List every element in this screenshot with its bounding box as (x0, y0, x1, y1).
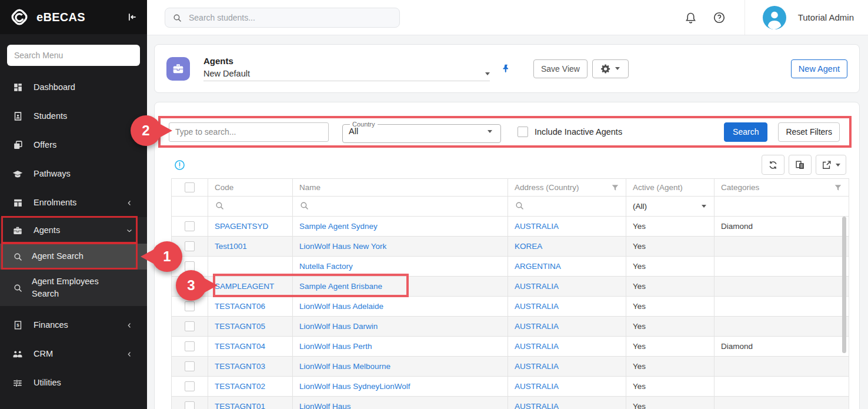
agent-active-value: Yes (633, 242, 646, 251)
agent-code-link[interactable]: TESTAGNT01 (215, 402, 265, 409)
sidebar-item-students[interactable]: Students (0, 102, 147, 131)
agent-code-link[interactable]: SPAGENTSYD (215, 222, 268, 231)
search-button[interactable]: Search (724, 122, 767, 142)
annotation-step-3-number: 3 (187, 277, 195, 294)
sidebar-menu-main: Dashboard Students Offers Pathways Enrol… (0, 73, 147, 244)
select-all-checkbox[interactable] (185, 182, 195, 192)
agent-name-link[interactable]: LionWolf Haus Adelaide (299, 302, 383, 311)
offers-icon (12, 140, 24, 150)
agent-name-link[interactable]: LionWolf Haus Darwin (299, 322, 378, 331)
agent-active-value: Yes (633, 302, 646, 311)
agent-name-link[interactable]: Sample Agent Brisbane (299, 282, 382, 291)
sidebar-item-label: Dashboard (34, 81, 75, 94)
row-checkbox[interactable] (185, 221, 195, 231)
agent-code-link[interactable]: TESTAGNT02 (215, 382, 265, 391)
agent-country-link[interactable]: AUSTRALIA (515, 302, 559, 311)
agent-active-value: Yes (633, 342, 646, 351)
include-inactive-checkbox[interactable]: Include Inactive Agents (518, 127, 622, 137)
sidebar-item-dashboard[interactable]: Dashboard (0, 73, 147, 102)
sidebar-item-label: Enrolments (34, 197, 76, 209)
row-checkbox[interactable] (185, 321, 195, 331)
country-dropdown[interactable]: Country All (342, 121, 501, 143)
avatar[interactable] (763, 6, 786, 29)
info-icon (174, 159, 185, 171)
agent-name-link[interactable]: LionWolf Haus New York (299, 242, 386, 251)
row-checkbox[interactable] (185, 361, 195, 371)
sidebar-item-offers[interactable]: Offers (0, 131, 147, 159)
annotation-step-1-number: 1 (163, 248, 171, 265)
agent-code-link[interactable]: TESTAGNT04 (215, 342, 265, 351)
sidebar-item-label: Offers (34, 139, 56, 151)
row-checkbox[interactable] (185, 241, 195, 251)
row-checkbox[interactable] (185, 401, 195, 409)
agent-name-link[interactable]: LionWolf Haus SydneyLionWolf (299, 382, 410, 391)
agent-name-link[interactable]: Sample Agent Sydney (299, 222, 378, 231)
pin-icon[interactable] (501, 64, 511, 74)
sidebar-item-agent-search[interactable]: Agent Search (0, 244, 147, 270)
sidebar-item-pathways[interactable]: Pathways (0, 159, 147, 188)
info-button[interactable] (174, 159, 185, 171)
page-title: Agents (203, 56, 490, 66)
filter-cell-name[interactable] (293, 197, 508, 217)
export-button[interactable] (816, 155, 846, 175)
filter-cell-address-country[interactable] (508, 197, 626, 217)
agent-code-link[interactable]: Test1001 (215, 242, 247, 251)
agent-country-link[interactable]: AUSTRALIA (515, 382, 559, 391)
agent-country-link[interactable]: AUSTRALIA (515, 342, 559, 351)
column-header-categories[interactable]: Categories (715, 179, 849, 197)
table-scrollbar[interactable] (842, 217, 846, 353)
student-search-input[interactable] (165, 8, 400, 28)
column-header-code[interactable]: Code (208, 179, 293, 197)
filter-cell-categories[interactable] (715, 197, 849, 217)
agent-country-link[interactable]: AUSTRALIA (515, 362, 559, 371)
row-checkbox[interactable] (185, 301, 195, 311)
view-settings-button[interactable] (592, 59, 629, 78)
agent-filter-search-input[interactable] (169, 122, 329, 142)
checkbox-box[interactable] (518, 127, 528, 137)
agent-code-link[interactable]: TESTAGNT05 (215, 322, 265, 331)
sidebar-item-label: Students (34, 110, 67, 122)
agent-country-link[interactable]: ARGENTINA (515, 262, 561, 271)
agent-code-link[interactable]: SAMPLEAGENT (215, 282, 274, 291)
agent-name-link[interactable]: Nutella Factory (299, 262, 353, 271)
column-header-active-agent[interactable]: Active (Agent) (626, 179, 715, 197)
agent-country-link[interactable]: AUSTRALIA (515, 282, 559, 291)
agent-country-link[interactable]: KOREA (515, 242, 542, 251)
notifications-button[interactable] (685, 11, 697, 24)
agent-country-link[interactable]: AUSTRALIA (515, 322, 559, 331)
agent-name-link[interactable]: LionWolf Haus (299, 402, 351, 409)
row-checkbox[interactable] (185, 341, 195, 351)
agents-header-card: Agents New Default Save View New Agent (154, 44, 860, 93)
sidebar-search-input[interactable] (7, 45, 140, 66)
table-row: TESTAGNT02 LionWolf Haus SydneyLionWolf … (172, 377, 849, 397)
reset-filters-button[interactable]: Reset Filters (778, 122, 840, 142)
agent-country-link[interactable]: AUSTRALIA (515, 222, 559, 231)
filter-cell-code[interactable] (208, 197, 293, 217)
sidebar-item-crm[interactable]: CRM (0, 340, 147, 368)
sidebar-collapse-icon[interactable] (126, 11, 138, 23)
column-header-address-country[interactable]: Address (Country) (508, 179, 626, 197)
agent-code-link[interactable]: TESTAGNT06 (215, 302, 265, 311)
column-header-name[interactable]: Name (293, 179, 508, 197)
sidebar-item-agent-employees-search[interactable]: Agent Employees Search (0, 270, 147, 306)
filter-cell-active[interactable]: (All) (626, 197, 715, 217)
view-select-dropdown[interactable]: New Default (203, 69, 490, 81)
save-view-button[interactable]: Save View (533, 59, 587, 78)
agent-name-link[interactable]: LionWolf Haus Perth (299, 342, 372, 351)
agent-name-link[interactable]: LionWolf Haus Melbourne (299, 362, 390, 371)
agent-country-link[interactable]: AUSTRALIA (515, 402, 559, 409)
sidebar-item-agents[interactable]: Agents (0, 217, 147, 244)
row-checkbox[interactable] (185, 381, 195, 391)
sidebar-item-finances[interactable]: $ Finances (0, 311, 147, 340)
export-icon (822, 160, 832, 170)
chevron-left-icon (123, 199, 135, 207)
refresh-button[interactable] (762, 155, 784, 175)
chevron-down-icon (836, 164, 840, 167)
filter-bar: Country All Include Inactive Agents Sear… (158, 116, 852, 148)
agent-code-link[interactable]: TESTAGNT03 (215, 362, 265, 371)
help-button[interactable] (713, 11, 726, 24)
column-chooser-button[interactable] (789, 155, 812, 175)
new-agent-button[interactable]: New Agent (791, 59, 847, 78)
sidebar-item-enrolments[interactable]: Enrolments (0, 188, 147, 217)
sidebar-item-utilities[interactable]: Utilities (0, 368, 147, 397)
